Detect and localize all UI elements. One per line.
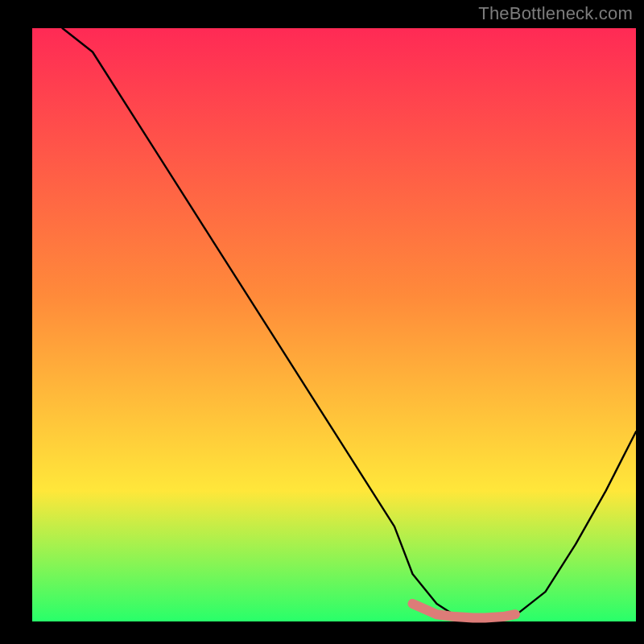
bottleneck-chart — [0, 0, 644, 644]
plot-background-gradient — [32, 28, 636, 621]
attribution-label: TheBottleneck.com — [478, 3, 633, 24]
chart-frame: TheBottleneck.com — [0, 0, 644, 644]
